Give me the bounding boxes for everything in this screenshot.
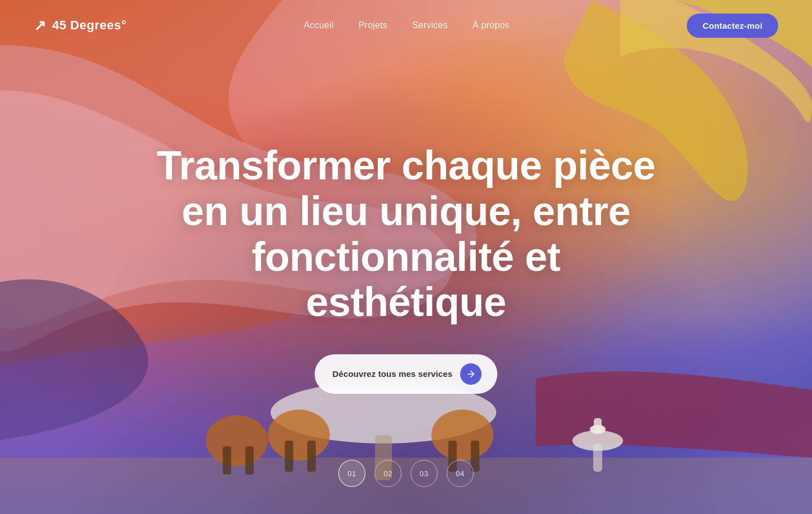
hero-content: Transformer chaque pièce en un lieu uniq… [0,0,812,514]
hero-title: Transformer chaque pièce en un lieu uniq… [152,143,660,325]
logo-icon: ↗ [34,17,47,34]
hero-section: ↗ 45 Degrees° Accueil Projets Services À… [0,0,812,514]
nav-links: Accueil Projets Services À propos [304,20,510,30]
arrow-circle [460,363,482,385]
slide-dot-1[interactable]: 01 [338,460,365,487]
nav-item-accueil[interactable]: Accueil [304,20,334,30]
slide-indicators: 01 02 03 04 [338,460,474,487]
services-cta-label: Découvrez tous mes services [333,369,453,379]
arrow-right-icon [466,369,476,379]
logo-text: 45 Degrees° [52,18,127,33]
logo[interactable]: ↗ 45 Degrees° [34,17,126,34]
nav-item-apropos[interactable]: À propos [473,20,510,30]
nav-link-accueil[interactable]: Accueil [304,20,334,30]
nav-item-services[interactable]: Services [412,20,448,30]
slide-dot-2[interactable]: 02 [374,460,401,487]
nav-link-apropos[interactable]: À propos [473,20,510,30]
slide-dot-3[interactable]: 03 [411,460,438,487]
navbar: ↗ 45 Degrees° Accueil Projets Services À… [0,0,812,51]
nav-link-projets[interactable]: Projets [359,20,387,30]
nav-item-projets[interactable]: Projets [359,20,387,30]
contact-button[interactable]: Contactez-moi [687,14,778,38]
slide-dot-4[interactable]: 04 [447,460,474,487]
services-cta-button[interactable]: Découvrez tous mes services [315,354,498,394]
nav-link-services[interactable]: Services [412,20,448,30]
